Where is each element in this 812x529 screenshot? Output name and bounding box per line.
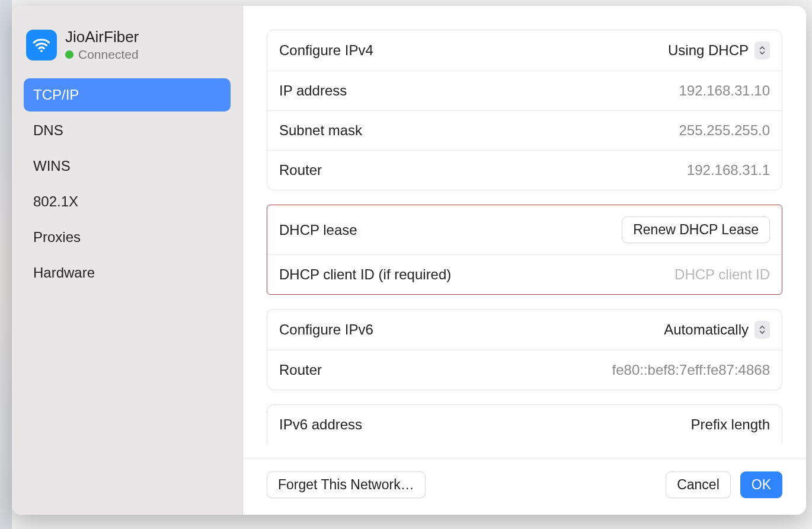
dhcp-client-id-label: DHCP client ID (if required) (279, 266, 451, 283)
status-dot-icon (65, 50, 73, 59)
subnet-mask-row: Subnet mask 255.255.255.0 (267, 110, 782, 150)
configure-ipv4-value: Using DHCP (668, 42, 749, 59)
configure-ipv6-value: Automatically (664, 321, 749, 338)
ip-address-label: IP address (279, 82, 347, 99)
configure-ipv6-select[interactable]: Automatically (664, 321, 770, 339)
content-pane: Configure IPv4 Using DHCP IP address 192… (243, 6, 806, 515)
sidebar-item-proxies[interactable]: Proxies (24, 221, 231, 254)
dhcp-lease-row: DHCP lease Renew DHCP Lease (267, 205, 782, 254)
dhcp-client-id-row[interactable]: DHCP client ID (if required) DHCP client… (267, 254, 782, 294)
sidebar-item-hardware[interactable]: Hardware (24, 256, 231, 289)
subnet-mask-label: Subnet mask (279, 122, 362, 139)
renew-dhcp-lease-button[interactable]: Renew DHCP Lease (622, 216, 770, 243)
cancel-button[interactable]: Cancel (666, 471, 731, 498)
ipv6-prefix-column-label: Prefix length (691, 416, 770, 433)
sidebar-item-dns[interactable]: DNS (24, 114, 231, 147)
configure-ipv6-row[interactable]: Configure IPv6 Automatically (267, 310, 782, 350)
footer: Forget This Network… Cancel OK (243, 458, 806, 515)
dhcp-group: DHCP lease Renew DHCP Lease DHCP client … (267, 205, 782, 295)
sidebar-item-wins[interactable]: WINS (24, 149, 231, 183)
sidebar: JioAirFiber Connected TCP/IP DNS WINS 80… (12, 6, 243, 515)
dhcp-lease-label: DHCP lease (279, 222, 357, 238)
ipv4-router-row: Router 192.168.31.1 (267, 150, 782, 190)
configure-ipv6-label: Configure IPv6 (279, 321, 373, 338)
ipv6-addresses-group: IPv6 address Prefix length (267, 404, 782, 444)
network-name: JioAirFiber (65, 28, 139, 46)
ipv6-router-label: Router (279, 362, 322, 378)
ip-address-value: 192.168.31.10 (679, 82, 770, 99)
configure-ipv4-row[interactable]: Configure IPv4 Using DHCP (267, 30, 782, 71)
updown-icon (755, 42, 770, 59)
ip-address-row: IP address 192.168.31.10 (267, 71, 782, 110)
dhcp-client-id-placeholder[interactable]: DHCP client ID (674, 266, 770, 283)
wifi-icon (26, 30, 57, 60)
ipv6-router-value: fe80::bef8:7eff:fe87:4868 (612, 362, 770, 378)
network-settings-window: JioAirFiber Connected TCP/IP DNS WINS 80… (12, 6, 806, 515)
sidebar-item-8021x[interactable]: 802.1X (24, 185, 231, 218)
network-status-text: Connected (78, 47, 139, 62)
scroll-area[interactable]: Configure IPv4 Using DHCP IP address 192… (243, 6, 806, 458)
sidebar-list: TCP/IP DNS WINS 802.1X Proxies Hardware (24, 78, 231, 289)
configure-ipv4-select[interactable]: Using DHCP (668, 42, 770, 59)
ok-button[interactable]: OK (740, 471, 782, 498)
network-status: Connected (65, 47, 139, 62)
ipv6-address-column-label: IPv6 address (279, 416, 362, 433)
forget-network-button[interactable]: Forget This Network… (267, 471, 426, 498)
ipv4-group: Configure IPv4 Using DHCP IP address 192… (267, 30, 782, 190)
svg-point-0 (40, 50, 43, 52)
ipv4-router-value: 192.168.31.1 (687, 162, 770, 179)
dock-strip (0, 0, 12, 529)
sidebar-item-tcpip[interactable]: TCP/IP (24, 78, 231, 111)
ipv4-router-label: Router (279, 162, 322, 179)
updown-icon (755, 321, 770, 339)
subnet-mask-value: 255.255.255.0 (679, 122, 770, 139)
ipv6-router-row: Router fe80::bef8:7eff:fe87:4868 (267, 350, 782, 390)
ipv6-addresses-header: IPv6 address Prefix length (267, 405, 782, 444)
ipv6-group: Configure IPv6 Automatically Router fe80… (267, 309, 782, 390)
network-header: JioAirFiber Connected (24, 26, 231, 72)
configure-ipv4-label: Configure IPv4 (279, 42, 373, 59)
